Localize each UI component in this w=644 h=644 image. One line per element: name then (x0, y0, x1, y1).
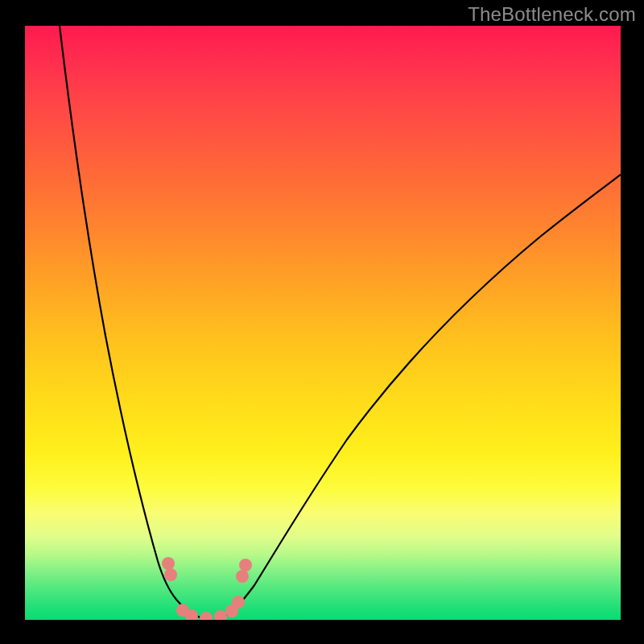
plot-area (25, 26, 621, 620)
marker-dot (164, 568, 177, 581)
marker-dot (214, 610, 227, 620)
marker-dot (162, 557, 175, 570)
chart-frame: TheBottleneck.com (0, 0, 644, 644)
watermark-text: TheBottleneck.com (468, 3, 636, 26)
marker-group (162, 557, 252, 620)
marker-dot (232, 596, 245, 609)
left-curve (60, 26, 204, 619)
marker-dot (200, 612, 213, 620)
marker-dot (239, 559, 252, 572)
marker-dot (236, 570, 249, 583)
curve-layer (25, 26, 621, 620)
right-curve (218, 175, 621, 619)
